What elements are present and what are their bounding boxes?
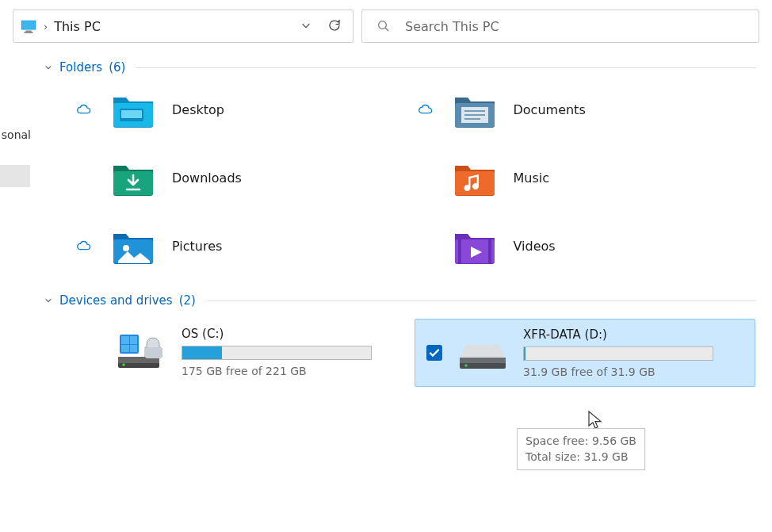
- folders-grid: Desktop Documents: [42, 84, 756, 271]
- folder-item-music[interactable]: Music: [415, 152, 757, 203]
- folder-label: Downloads: [172, 170, 242, 186]
- refresh-button[interactable]: [323, 18, 346, 35]
- main-view: Folders (6) Desktop: [32, 52, 772, 387]
- folder-item-desktop[interactable]: Desktop: [74, 84, 415, 135]
- svg-point-33: [464, 364, 468, 367]
- svg-rect-24: [121, 345, 129, 352]
- folder-label: Desktop: [172, 102, 224, 117]
- drive-label: XFR-DATA (D:): [523, 327, 743, 342]
- section-count: (6): [107, 60, 125, 75]
- desktop-folder-icon: [112, 91, 155, 128]
- svg-rect-3: [25, 32, 33, 33]
- drive-info: OS (C:) 175 GB free of 221 GB: [182, 327, 403, 377]
- chevron-down-icon[interactable]: [42, 61, 55, 74]
- external-drive-icon: [458, 334, 507, 370]
- drive-free-text: 175 GB free of 221 GB: [182, 365, 403, 377]
- folders-section-header[interactable]: Folders (6): [42, 60, 756, 75]
- chevron-down-icon[interactable]: [42, 294, 55, 307]
- drive-item-c[interactable]: OS (C:) 175 GB free of 221 GB: [74, 319, 415, 387]
- svg-rect-29: [145, 347, 162, 358]
- mouse-cursor-icon: [588, 411, 602, 430]
- folder-item-documents[interactable]: Documents: [415, 84, 757, 135]
- svg-rect-32: [460, 358, 506, 363]
- search-icon: [376, 19, 391, 33]
- svg-point-17: [123, 245, 129, 251]
- drive-usage-bar: [523, 346, 713, 361]
- cloud-icon: [74, 103, 94, 116]
- os-drive-icon: [117, 333, 166, 369]
- address-bar[interactable]: › This PC: [13, 10, 354, 43]
- svg-rect-8: [121, 110, 142, 118]
- svg-rect-23: [130, 336, 137, 344]
- folder-item-pictures[interactable]: Pictures: [74, 220, 415, 271]
- cloud-icon: [415, 103, 436, 116]
- section-count: (2): [178, 293, 196, 308]
- svg-rect-2: [25, 31, 31, 33]
- divider: [207, 300, 756, 301]
- drives-grid: OS (C:) 175 GB free of 221 GB: [42, 319, 756, 387]
- drive-free-text: 31.9 GB free of 31.9 GB: [523, 366, 743, 378]
- videos-folder-icon: [453, 228, 496, 264]
- drive-label: OS (C:): [182, 327, 403, 341]
- folder-label: Videos: [514, 239, 556, 254]
- svg-rect-20: [488, 239, 491, 263]
- drives-section-header[interactable]: Devices and drives (2): [42, 293, 756, 308]
- drive-info: XFR-DATA (D:) 31.9 GB free of 31.9 GB: [523, 327, 743, 378]
- drive-usage-bar: [182, 346, 372, 360]
- folder-item-videos[interactable]: Videos: [415, 220, 757, 271]
- folder-label: Music: [514, 170, 550, 186]
- drive-bar-fill: [524, 347, 525, 360]
- sidebar-fragment: sonal: [0, 52, 32, 387]
- drive-item-d[interactable]: XFR-DATA (D:) 31.9 GB free of 31.9 GB: [415, 319, 755, 387]
- section-label: Folders: [59, 60, 102, 75]
- search-input[interactable]: Search This PC: [361, 10, 759, 43]
- checkbox-checked[interactable]: [426, 327, 442, 363]
- downloads-folder-icon: [112, 159, 155, 196]
- tooltip-line-1: Space free: 9.56 GB: [525, 434, 636, 450]
- divider: [136, 67, 756, 68]
- body: sonal Folders (6): [0, 52, 772, 387]
- pictures-folder-icon: [112, 228, 155, 264]
- svg-rect-19: [458, 239, 461, 263]
- breadcrumb-location[interactable]: This PC: [54, 19, 289, 34]
- svg-rect-22: [121, 336, 129, 344]
- toolbar: › This PC Search This PC: [0, 0, 772, 52]
- svg-rect-15: [455, 171, 495, 195]
- chevron-down-icon[interactable]: [294, 20, 318, 33]
- svg-point-28: [122, 363, 125, 366]
- sidebar-item-truncated[interactable]: sonal: [0, 128, 32, 141]
- svg-rect-25: [130, 345, 137, 352]
- svg-point-4: [379, 21, 387, 29]
- sidebar-item-selected[interactable]: [0, 165, 30, 187]
- tooltip: Space free: 9.56 GB Total size: 31.9 GB: [517, 428, 645, 470]
- tooltip-line-2: Total size: 31.9 GB: [525, 450, 636, 465]
- folder-item-downloads[interactable]: Downloads: [74, 152, 415, 203]
- documents-folder-icon: [453, 91, 496, 128]
- music-folder-icon: [453, 159, 496, 196]
- folder-label: Pictures: [172, 239, 222, 254]
- drive-bar-fill: [182, 346, 222, 359]
- this-pc-icon: [20, 17, 37, 35]
- folder-label: Documents: [514, 102, 586, 117]
- checkbox-placeholder: [85, 327, 101, 344]
- cloud-icon: [74, 239, 94, 252]
- svg-rect-1: [22, 21, 36, 29]
- search-placeholder: Search This PC: [405, 19, 499, 34]
- svg-line-5: [385, 28, 388, 31]
- section-label: Devices and drives: [59, 293, 173, 308]
- breadcrumb-separator: ›: [42, 21, 49, 33]
